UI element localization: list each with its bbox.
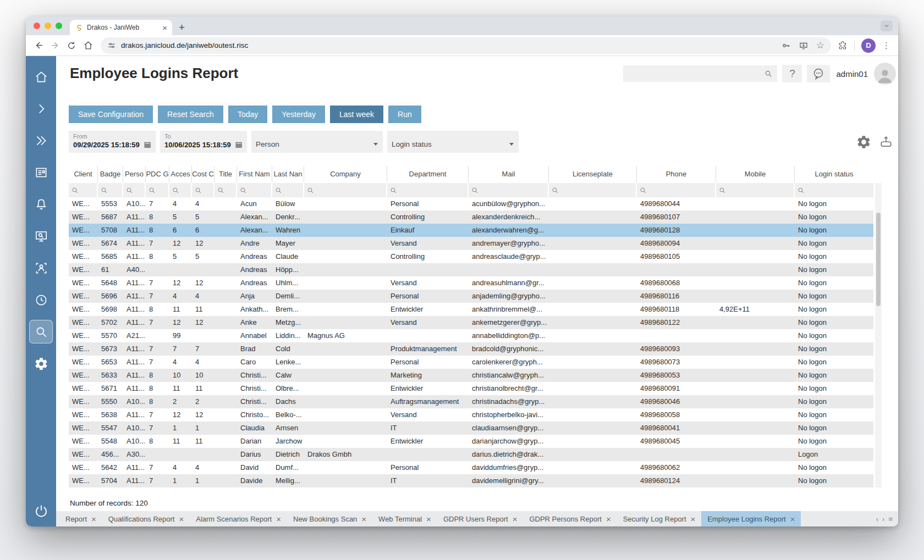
toolbar-button-reset-search[interactable]: Reset Search: [158, 106, 223, 123]
column-header-perso[interactable]: Perso: [123, 166, 146, 182]
toolbar-button-today[interactable]: Today: [228, 106, 267, 123]
sidebar-item-home[interactable]: [29, 65, 53, 88]
bottom-tab-report[interactable]: Report×: [59, 511, 102, 526]
column-header-acces[interactable]: Acces: [169, 166, 192, 182]
new-tab-button[interactable]: +: [179, 21, 185, 34]
sidebar-item-monitoring[interactable]: [29, 224, 53, 248]
bottom-tab-gdpr-persons-report[interactable]: GDPR Persons Report×: [523, 511, 617, 526]
table-row[interactable]: WE...5642A11...744DavidDumf...Personalda…: [69, 461, 873, 474]
table-row[interactable]: WE...5547A10...711ClaudiaArnsenITclaudia…: [69, 422, 873, 435]
user-avatar[interactable]: [874, 63, 896, 85]
table-row[interactable]: WE...5548A10...81111DarianJarchowEntwick…: [69, 435, 873, 448]
column-filter-company[interactable]: [304, 183, 387, 197]
table-row[interactable]: WE...5698A11...81111Ankath...Brem...Entw…: [69, 303, 873, 316]
table-row[interactable]: WE...5653A11...744CaroLenke...Personalca…: [69, 356, 873, 369]
bottom-tab-security-log-report[interactable]: Security Log Report×: [617, 511, 702, 526]
column-filter-last-nan[interactable]: [272, 183, 304, 197]
browser-profile-avatar[interactable]: D: [861, 38, 876, 53]
column-filter-badge[interactable]: [98, 183, 123, 197]
toolbar-button-save-configuration[interactable]: Save Configuration: [69, 106, 153, 123]
column-header-pdc-g[interactable]: PDC G: [146, 166, 169, 182]
table-row[interactable]: WE...5550A10...822Christi...DachsAuftrag…: [69, 395, 873, 408]
sidebar-item-time[interactable]: [29, 288, 53, 312]
close-icon[interactable]: ×: [276, 515, 281, 523]
table-row[interactable]: WE...5633A11...81010Christi...CalwMarket…: [69, 369, 873, 382]
help-button[interactable]: ?: [782, 65, 802, 82]
chat-button[interactable]: [807, 65, 830, 82]
table-row[interactable]: WE...5702A11...71212AnkeMetzg...Versanda…: [69, 316, 873, 329]
to-date-field[interactable]: To 10/06/2025 15:18:59: [160, 131, 247, 153]
column-header-client[interactable]: Client: [69, 166, 98, 182]
column-header-badge[interactable]: Badge: [98, 166, 123, 182]
close-tab-icon[interactable]: ×: [162, 24, 167, 32]
column-filter-login-status[interactable]: [795, 183, 873, 197]
column-header-title[interactable]: Title: [215, 166, 237, 182]
tab-search-button[interactable]: [881, 20, 893, 31]
column-filter-licenseplate[interactable]: [549, 183, 637, 197]
bottom-tab-qualifications-report[interactable]: Qualifications Report×: [102, 511, 190, 526]
zoom-window-button[interactable]: [56, 23, 62, 29]
column-header-licenseplate[interactable]: Licenseplate: [549, 166, 637, 182]
toolbar-button-run[interactable]: Run: [388, 106, 421, 123]
column-header-mail[interactable]: Mail: [469, 166, 549, 182]
extensions-puzzle-icon[interactable]: [838, 41, 848, 51]
close-icon[interactable]: ×: [179, 515, 184, 523]
table-row[interactable]: WE...5671A11...81111Christi...Olbre...En…: [69, 382, 873, 395]
reload-button[interactable]: [63, 37, 80, 54]
login-status-dropdown[interactable]: Login status: [387, 131, 519, 153]
bottom-tab-new-bookings-scan[interactable]: New Bookings Scan×: [287, 511, 372, 526]
table-row[interactable]: WE...456...A30...DariusDietrichDrakos Gm…: [69, 448, 873, 461]
vertical-scrollbar[interactable]: [875, 183, 882, 487]
bottom-tab-web-terminal[interactable]: Web Terminal×: [372, 511, 437, 526]
sidebar-item-person-scan[interactable]: [29, 256, 53, 280]
url-bar[interactable]: drakos.janicloud.de/janiweb/outest.risc …: [101, 37, 831, 54]
close-icon[interactable]: ×: [361, 515, 366, 523]
table-row[interactable]: WE...5685A11...855AndreasClaudeControlli…: [69, 250, 873, 263]
close-window-button[interactable]: [34, 23, 40, 29]
column-filter-perso[interactable]: [123, 183, 146, 197]
bottom-tab-alarm-scenarios-report[interactable]: Alarm Scenarios Report×: [190, 511, 287, 526]
calendar-icon[interactable]: [235, 141, 243, 149]
bottom-tab-gdpr-users-report[interactable]: GDPR Users Report×: [437, 511, 524, 526]
table-settings-gear-icon[interactable]: [856, 135, 871, 149]
home-button[interactable]: [80, 37, 96, 54]
table-row[interactable]: WE...5708A11...866Alexan...WahrenEinkauf…: [69, 224, 873, 237]
browser-tab[interactable]: Drakos - JaniWeb ×: [70, 20, 172, 35]
sidebar-item-settings[interactable]: [29, 352, 53, 375]
from-date-field[interactable]: From 09/29/2025 15:18:59: [69, 131, 156, 153]
password-key-icon[interactable]: [781, 41, 791, 51]
table-row[interactable]: WE...5687A11...855Alexan...Denkr...Contr…: [69, 210, 873, 224]
scroll-tabs-right-icon[interactable]: ›: [882, 515, 884, 523]
close-icon[interactable]: ×: [426, 515, 431, 523]
close-icon[interactable]: ×: [513, 515, 518, 523]
column-filter-mail[interactable]: [469, 183, 549, 197]
bookmark-star-icon[interactable]: ☆: [816, 40, 824, 51]
sidebar-item-forward[interactable]: [29, 97, 53, 120]
column-filter-title[interactable]: [215, 183, 237, 197]
tab-list-menu-icon[interactable]: ≡: [888, 515, 893, 523]
sidebar-item-search-active[interactable]: [29, 320, 53, 343]
table-row[interactable]: WE...5648A11...71212AndreasUhlm...Versan…: [69, 276, 873, 290]
close-icon[interactable]: ×: [691, 515, 696, 523]
column-header-company[interactable]: Company: [304, 166, 387, 182]
global-search-input[interactable]: [623, 65, 777, 82]
close-icon[interactable]: ×: [790, 515, 795, 523]
table-row[interactable]: WE...5553A10...744AcunBülowPersonalacunb…: [69, 197, 873, 210]
close-icon[interactable]: ×: [606, 515, 611, 523]
table-row[interactable]: WE...5696A11...744AnjaDemli...Personalan…: [69, 290, 873, 303]
column-filter-first-nam[interactable]: [237, 183, 272, 197]
column-filter-acces[interactable]: [169, 183, 192, 197]
column-filter-cost-c[interactable]: [192, 183, 215, 197]
person-dropdown[interactable]: Person: [251, 131, 383, 153]
bottom-tab-employee-logins-report[interactable]: Employee Logins Report×: [701, 511, 801, 526]
column-header-mobile[interactable]: Mobile: [716, 166, 795, 182]
column-filter-pdc-g[interactable]: [146, 183, 169, 197]
column-header-department[interactable]: Department: [387, 166, 469, 182]
toolbar-button-yesterday[interactable]: Yesterday: [272, 106, 325, 123]
export-icon[interactable]: [878, 134, 894, 149]
column-header-last-nan[interactable]: Last Nan: [272, 166, 304, 182]
close-icon[interactable]: ×: [91, 515, 96, 523]
column-header-phone[interactable]: Phone: [637, 166, 716, 182]
table-row[interactable]: WE...5674A11...71212AndreMayerVersandand…: [69, 237, 873, 250]
vertical-scrollbar-thumb[interactable]: [876, 213, 881, 306]
